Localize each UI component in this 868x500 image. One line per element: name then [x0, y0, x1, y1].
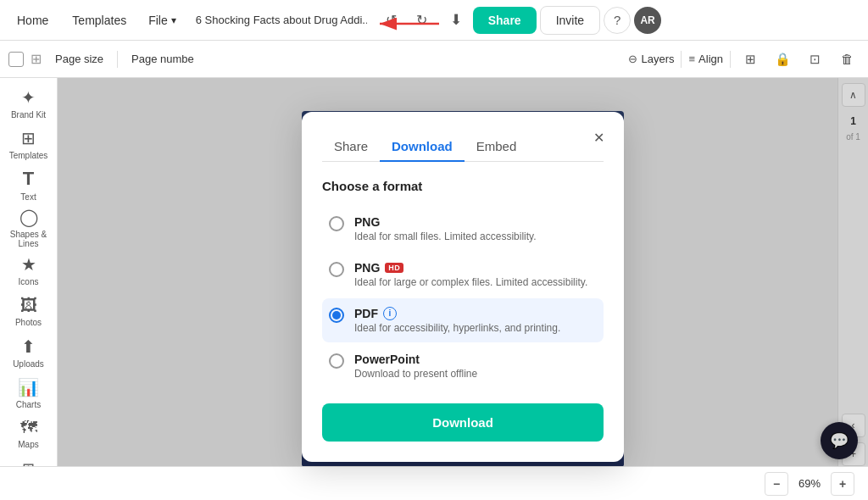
lock-button[interactable]: 🔒	[770, 47, 795, 72]
sidebar-item-brand-kit[interactable]: ✦ Brand Kit	[5, 85, 53, 122]
zoom-out-button[interactable]: −	[765, 472, 788, 496]
pdf-radio[interactable]	[329, 308, 344, 323]
crop-button[interactable]: ⊡	[802, 47, 827, 72]
undo-redo-group: ↺ ↻	[378, 7, 436, 34]
png-desc: Ideal for small files. Limited accessibi…	[354, 231, 597, 242]
canvas-area[interactable]: #5 Over 50% of people who abuse prescrip…	[58, 78, 868, 500]
home-nav[interactable]: Home	[7, 8, 58, 32]
pdf-info: PDF i Ideal for accessibility, hyperlink…	[354, 307, 597, 334]
photos-label: Photos	[15, 318, 42, 327]
format-option-png[interactable]: PNG Ideal for small files. Limited acces…	[322, 207, 604, 251]
shapes-label: Shapes & Lines	[5, 230, 53, 248]
layers-label[interactable]: Layers	[641, 53, 674, 65]
sidebar-item-uploads[interactable]: ⬆ Uploads	[5, 334, 53, 371]
file-label: File	[148, 14, 168, 27]
powerpoint-radio[interactable]	[329, 353, 344, 369]
page-number-label[interactable]: Page numbe	[125, 53, 201, 65]
photos-icon: 🖼	[20, 296, 37, 315]
avatar[interactable]: AR	[634, 7, 661, 34]
align-icon: ≡	[688, 53, 695, 65]
tab-share[interactable]: Share	[322, 132, 380, 162]
text-icon: T	[23, 168, 34, 190]
zoom-in-button[interactable]: +	[831, 472, 854, 496]
download-modal: ✕ Share Download Embed Choose a format P…	[302, 112, 624, 462]
png-info: PNG Ideal for small files. Limited acces…	[354, 215, 597, 242]
png-hd-desc: Ideal for large or complex files. Limite…	[354, 276, 597, 288]
sidebar-item-text[interactable]: T Text	[5, 166, 53, 203]
hd-badge: HD	[385, 263, 403, 273]
delete-button[interactable]: 🗑	[834, 47, 860, 72]
text-label: Text	[20, 192, 36, 202]
png-radio[interactable]	[329, 216, 344, 231]
charts-label: Charts	[16, 400, 41, 409]
sidebar-item-templates[interactable]: ⊞ Templates	[5, 125, 53, 163]
brand-kit-label: Brand Kit	[11, 110, 46, 119]
sidebar-item-maps[interactable]: 🗺 Maps	[5, 415, 53, 453]
sidebar-item-photos[interactable]: 🖼 Photos	[5, 292, 53, 330]
maps-label: Maps	[18, 440, 38, 449]
pdf-name: PDF i	[354, 307, 597, 320]
undo-button[interactable]: ↺	[378, 7, 405, 34]
file-menu[interactable]: File ▾	[140, 8, 185, 32]
brand-kit-icon: ✦	[21, 87, 36, 108]
toolbar-divider-2	[681, 51, 682, 68]
document-title[interactable]	[188, 9, 375, 31]
powerpoint-info: PowerPoint Download to present offline	[354, 353, 597, 380]
templates-label: Templates	[9, 151, 48, 160]
file-chevron-icon: ▾	[171, 14, 176, 26]
invite-button[interactable]: Invite	[540, 6, 600, 35]
sidebar-item-shapes[interactable]: ◯ Shapes & Lines	[5, 207, 53, 248]
modal-tabs: Share Download Embed	[322, 132, 604, 162]
maps-icon: 🗺	[20, 418, 37, 437]
align-label[interactable]: Align	[698, 53, 723, 65]
charts-icon: 📊	[18, 377, 39, 397]
pdf-radio-dot	[332, 311, 341, 319]
secondary-toolbar: ⊞ Page size Page numbe ⊖ Layers ≡ Align …	[0, 41, 868, 78]
tab-download[interactable]: Download	[380, 132, 465, 162]
templates-icon: ⊞	[21, 128, 36, 148]
grid-view-button[interactable]: ⊞	[737, 47, 763, 72]
download-button-topbar[interactable]: ⬇	[442, 7, 470, 34]
modal-close-button[interactable]: ✕	[587, 125, 610, 149]
toolbar-divider-3	[730, 51, 731, 68]
pdf-desc: Ideal for accessibility, hyperlinks, and…	[354, 322, 597, 334]
bottom-bar: − 69% +	[0, 466, 868, 500]
shapes-icon: ◯	[19, 207, 38, 227]
help-button[interactable]: ?	[604, 7, 631, 34]
top-bar: Home Templates File ▾ ↺ ↻ ⬇ Share Invite…	[0, 0, 868, 41]
toolbar-divider-1	[117, 51, 118, 68]
format-option-powerpoint[interactable]: PowerPoint Download to present offline	[322, 344, 604, 388]
sidebar-item-icons[interactable]: ★ Icons	[5, 252, 53, 289]
uploads-icon: ⬆	[21, 336, 36, 357]
main-area: ✦ Brand Kit ⊞ Templates T Text ◯ Shapes …	[0, 78, 868, 500]
png-hd-name: PNG HD	[354, 261, 597, 275]
redo-button[interactable]: ↻	[409, 7, 436, 34]
left-sidebar: ✦ Brand Kit ⊞ Templates T Text ◯ Shapes …	[0, 78, 58, 500]
format-section-title: Choose a format	[322, 179, 604, 193]
download-submit-button[interactable]: Download	[322, 403, 604, 442]
format-option-png-hd[interactable]: PNG HD Ideal for large or complex files.…	[322, 253, 604, 297]
layers-group: ⊖ Layers	[628, 53, 674, 65]
png-hd-info: PNG HD Ideal for large or complex files.…	[354, 261, 597, 288]
layers-icon: ⊖	[628, 53, 637, 65]
sidebar-item-charts[interactable]: 📊 Charts	[5, 375, 53, 412]
format-option-pdf[interactable]: PDF i Ideal for accessibility, hyperlink…	[322, 298, 604, 342]
pdf-info-icon[interactable]: i	[383, 307, 397, 320]
tab-embed[interactable]: Embed	[465, 132, 529, 162]
png-hd-radio[interactable]	[329, 262, 344, 277]
align-group: ≡ Align	[688, 53, 723, 65]
share-button[interactable]: Share	[473, 7, 537, 34]
icons-icon: ★	[21, 254, 36, 275]
page-size-label[interactable]: Page size	[48, 53, 110, 65]
powerpoint-name: PowerPoint	[354, 353, 597, 366]
modal-overlay: ✕ Share Download Embed Choose a format P…	[58, 78, 868, 466]
zoom-level-display: 69%	[795, 477, 824, 490]
select-all-checkbox[interactable]	[8, 52, 24, 67]
png-name: PNG	[354, 215, 597, 229]
powerpoint-desc: Download to present offline	[354, 368, 597, 380]
templates-nav[interactable]: Templates	[62, 8, 136, 32]
icons-label: Icons	[19, 277, 39, 286]
uploads-label: Uploads	[13, 359, 44, 369]
grid-icon: ⊞	[31, 51, 42, 67]
